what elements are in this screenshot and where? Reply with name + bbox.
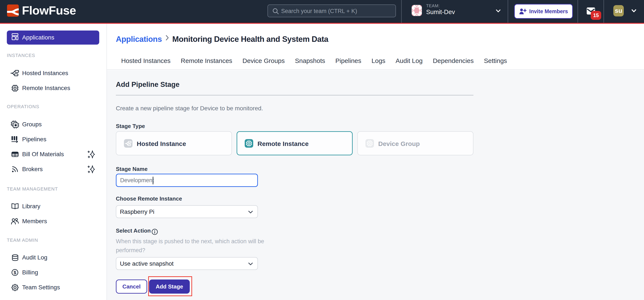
- svg-text:$: $: [14, 270, 16, 275]
